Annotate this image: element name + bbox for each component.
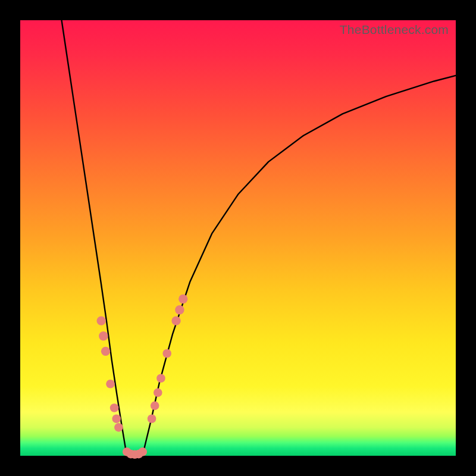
bottleneck-curve (62, 20, 456, 455)
data-marker (99, 331, 108, 340)
data-marker (175, 305, 184, 314)
data-marker (114, 423, 123, 432)
outer-frame: TheBottleneck.com (0, 0, 476, 476)
marker-layer (96, 295, 187, 459)
data-marker (178, 295, 187, 303)
data-marker (106, 380, 115, 389)
data-marker (110, 403, 119, 412)
data-marker (154, 389, 162, 397)
curve-layer (62, 20, 456, 455)
chart-svg (20, 20, 456, 456)
data-marker (162, 349, 171, 358)
data-marker (112, 414, 121, 423)
data-marker (138, 447, 147, 456)
plot-area: TheBottleneck.com (20, 20, 456, 456)
data-marker (148, 414, 156, 423)
data-marker (156, 374, 165, 383)
data-marker (101, 347, 110, 356)
data-marker (96, 316, 105, 325)
data-marker (171, 316, 180, 325)
data-marker (151, 402, 159, 411)
